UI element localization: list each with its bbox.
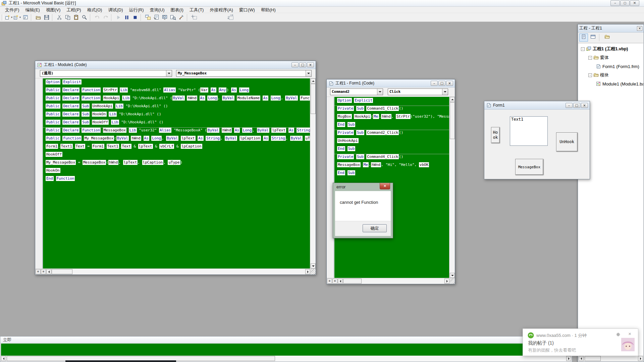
project-explorer-button[interactable] [144, 14, 152, 21]
immediate-content[interactable] [1, 344, 571, 356]
scroll-left-button[interactable] [579, 356, 584, 361]
object-browser-button[interactable] [169, 14, 177, 21]
menu-item-10[interactable]: 工具(T) [186, 7, 207, 13]
scroll-left-button[interactable] [46, 269, 51, 274]
save-project-button[interactable] [42, 14, 51, 21]
scroll-down-button[interactable] [450, 273, 455, 278]
form1-titlebar[interactable]: Form1 [484, 101, 590, 110]
menu-item-2[interactable]: 编辑(E) [22, 7, 43, 13]
close-button[interactable] [630, 0, 639, 6]
scroll-up-button[interactable] [450, 97, 455, 102]
menu-item-13[interactable]: 帮助(H) [258, 7, 279, 13]
procedure-view-button[interactable]: ≡ [327, 279, 332, 284]
scroll-left-button[interactable] [338, 279, 343, 284]
object-combo[interactable]: Command2 [330, 88, 383, 95]
scroll-down-button[interactable] [311, 263, 316, 268]
notification-body[interactable]: 有新的提醒，快去看看吧 [528, 347, 576, 353]
size-indicator[interactable] [226, 14, 235, 21]
scroll-up-button[interactable] [311, 78, 316, 83]
vertical-scrollbar[interactable] [449, 97, 455, 278]
menu-item-8[interactable]: 查询(U) [147, 7, 168, 13]
procedure-combo[interactable]: Click [388, 88, 448, 95]
maximize-button[interactable] [620, 0, 630, 6]
scrollbar-thumb[interactable] [311, 84, 316, 114]
notification-title[interactable]: 我的帖子 (1) [528, 340, 554, 346]
close-button[interactable]: × [380, 183, 390, 189]
text1-textbox[interactable]: Text1 [510, 116, 548, 146]
horizontal-scrollbar[interactable] [578, 356, 643, 361]
properties-window-button[interactable] [152, 14, 160, 21]
open-project-button[interactable] [34, 14, 42, 21]
break-button[interactable] [122, 14, 131, 21]
view-object-button[interactable] [589, 34, 597, 42]
full-module-view-button[interactable]: ≡ [41, 269, 46, 274]
tree-item-folder[interactable]: -窗体 [578, 53, 643, 62]
add-project-button[interactable]: ▾ [4, 14, 13, 21]
menu-item-1[interactable]: 文件(F) [2, 7, 22, 13]
menu-item-11[interactable]: 外接程序(A) [207, 7, 236, 13]
tree-item-form[interactable]: Form1 (Form1.frm) [578, 62, 643, 71]
form-code-titlebar[interactable]: 工程1 - Form1 (Code) [327, 79, 455, 87]
redo-button[interactable] [101, 14, 110, 21]
vertical-scrollbar[interactable] [310, 78, 316, 268]
unhook-button[interactable]: UnHook [556, 132, 578, 152]
find-button[interactable] [80, 14, 89, 21]
resize-grip[interactable] [311, 269, 316, 275]
object-combo[interactable]: (通用) [40, 70, 172, 77]
end-button[interactable] [131, 14, 139, 21]
menu-item-12[interactable]: 窗口(W) [236, 7, 258, 13]
collapse-icon[interactable]: - [581, 47, 585, 51]
toolbox-button[interactable] [177, 14, 185, 21]
copy-button[interactable] [63, 14, 72, 21]
close-button[interactable] [307, 62, 314, 67]
scroll-right-button[interactable] [444, 279, 449, 284]
procedure-combo[interactable]: My_MessageBox [176, 70, 312, 77]
minimize-button[interactable] [610, 0, 620, 6]
tree-item-module[interactable]: Module1 (Module1.bas) [578, 79, 643, 88]
resize-grip[interactable] [450, 278, 455, 284]
tree-item-folder[interactable]: -模块 [578, 71, 643, 79]
menu-item-5[interactable]: 格式(O) [84, 7, 105, 13]
scrollbar-thumb[interactable] [343, 279, 362, 284]
module-window-titlebar[interactable]: 工程1 - Module1 (Code) [35, 61, 316, 69]
menu-item-3[interactable]: 视图(V) [43, 7, 63, 13]
full-module-view-button[interactable]: ≡ [332, 279, 337, 284]
chevron-down-icon[interactable] [166, 70, 172, 76]
menu-item-9[interactable]: 图表(I) [168, 7, 186, 13]
undo-button[interactable] [93, 14, 101, 21]
close-button[interactable] [581, 103, 588, 108]
ok-button[interactable]: 确定 [363, 224, 387, 232]
close-button[interactable] [446, 81, 453, 86]
scroll-right-button[interactable] [305, 269, 310, 274]
restore-button[interactable] [299, 62, 306, 67]
chevron-down-icon[interactable]: ▾ [19, 16, 21, 19]
collapse-icon[interactable]: - [588, 56, 592, 60]
toggle-folders-button[interactable] [603, 34, 611, 42]
notification-popup[interactable]: www.0xaa55.com · 1 分钟 × 我的帖子 (1) 有新的提醒，快… [523, 328, 638, 356]
maximize-button[interactable] [573, 103, 580, 108]
immediate-title[interactable]: 立即 [0, 337, 572, 343]
chevron-down-icon[interactable] [442, 89, 448, 95]
scroll-right-button[interactable] [638, 356, 643, 361]
close-icon[interactable]: × [628, 331, 631, 337]
menu-editor-button[interactable] [21, 14, 30, 21]
add-form-button[interactable]: ▾ [13, 14, 21, 21]
scroll-right-button[interactable] [566, 356, 571, 361]
collapse-icon[interactable]: - [588, 73, 592, 77]
chevron-down-icon[interactable] [377, 89, 383, 95]
view-code-button[interactable] [579, 34, 588, 42]
minimize-button[interactable] [431, 81, 438, 86]
project-explorer-titlebar[interactable]: 工程 - 工程1 × [578, 24, 644, 33]
menu-item-4[interactable]: 工程(P) [63, 7, 84, 13]
minimize-button[interactable] [291, 62, 299, 67]
position-indicator[interactable] [190, 14, 198, 21]
chevron-down-icon[interactable] [306, 70, 311, 76]
paste-button[interactable] [72, 14, 80, 21]
scroll-left-button[interactable] [1, 356, 6, 361]
form-layout-button[interactable] [160, 14, 169, 21]
scrollbar-thumb[interactable] [52, 269, 72, 274]
cut-button[interactable] [55, 14, 63, 21]
minimize-button[interactable] [566, 103, 573, 108]
restore-button[interactable] [438, 81, 445, 86]
messagebox-button[interactable]: MessageBox [515, 159, 543, 175]
